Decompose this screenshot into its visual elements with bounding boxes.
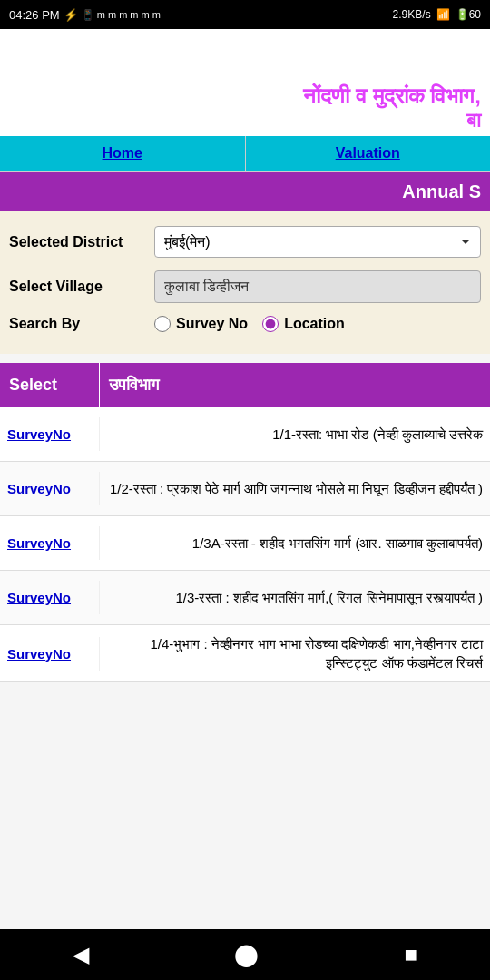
- survey-no-radio[interactable]: [154, 316, 171, 332]
- nav-bar: Home Valuation: [0, 136, 490, 172]
- col-select: Select: [0, 363, 100, 407]
- village-row: Select Village: [9, 270, 481, 303]
- survey-no-label: Survey No: [176, 316, 248, 332]
- survey-link[interactable]: SurveyNo: [0, 581, 100, 614]
- form-area: Selected District मुंबई(मेन)पुणेनागपूरठा…: [0, 211, 490, 354]
- village-label: Select Village: [9, 279, 154, 295]
- nav-valuation[interactable]: Valuation: [246, 136, 491, 171]
- district-select[interactable]: मुंबई(मेन)पुणेनागपूरठाणे: [154, 226, 481, 258]
- table-body: SurveyNo 1/1-रस्ता: भाभा रोड (नेव्ही कुल…: [0, 407, 490, 682]
- annual-header: Annual S: [0, 172, 490, 211]
- table-row: SurveyNo 1/4-भुभाग : नेव्हीनगर भाग भाभा …: [0, 625, 490, 682]
- col-upvibhag: उपविभाग: [100, 363, 490, 407]
- signal-icon: ⚡: [64, 8, 78, 22]
- village-input-wrap: [154, 270, 481, 303]
- district-label: Selected District: [9, 234, 154, 250]
- search-by-options: Survey No Location: [154, 316, 481, 332]
- location-label: Location: [284, 316, 345, 332]
- search-by-label: Search By: [9, 316, 154, 332]
- title-line1: नोंदणी व मुद्रांक विभाग,: [9, 83, 481, 109]
- status-right: 2.9KB/s 📶 🔋60: [393, 8, 481, 21]
- survey-link[interactable]: SurveyNo: [0, 637, 100, 671]
- table-header: Select उपविभाग: [0, 363, 490, 407]
- table-row: SurveyNo 1/1-रस्ता: भाभा रोड (नेव्ही कुल…: [0, 407, 490, 462]
- row-description: 1/4-भुभाग : नेव्हीनगर भाग भाभा रोडच्या द…: [100, 625, 490, 681]
- title-section: नोंदणी व मुद्रांक विभाग, बा: [0, 74, 490, 136]
- status-bar: 04:26 PM ⚡ 📱 m m m m m m 2.9KB/s 📶 🔋60: [0, 0, 490, 29]
- top-white-area: [0, 29, 490, 74]
- table-row: SurveyNo 1/2-रस्ता : प्रकाश पेठे मार्ग आ…: [0, 462, 490, 516]
- district-select-wrap: मुंबई(मेन)पुणेनागपूरठाणे: [154, 226, 481, 258]
- title-line2: बा: [9, 109, 481, 132]
- apps-icon: 📱 m m m m m m: [82, 9, 161, 21]
- location-option[interactable]: Location: [262, 316, 345, 332]
- row-description: 1/3A-रस्ता - शहीद भगतसिंग मार्ग (आर. साळ…: [100, 524, 490, 562]
- village-input[interactable]: [154, 270, 481, 303]
- wifi-icon: 📶: [436, 8, 450, 21]
- nav-home[interactable]: Home: [0, 136, 246, 171]
- battery-icon: 🔋60: [456, 8, 481, 21]
- status-left: 04:26 PM ⚡ 📱 m m m m m m: [9, 8, 161, 22]
- bottom-nav: ◀ ⬤ ■: [0, 929, 490, 980]
- survey-link[interactable]: SurveyNo: [0, 472, 100, 505]
- survey-link[interactable]: SurveyNo: [0, 526, 100, 560]
- district-row: Selected District मुंबई(मेन)पुणेनागपूरठा…: [9, 226, 481, 258]
- table-row: SurveyNo 1/3A-रस्ता - शहीद भगतसिंग मार्ग…: [0, 516, 490, 571]
- table-row: SurveyNo 1/3-रस्ता : शहीद भगतसिंग मार्ग,…: [0, 571, 490, 625]
- time: 04:26 PM: [9, 8, 60, 22]
- survey-link[interactable]: SurveyNo: [0, 417, 100, 451]
- home-button[interactable]: ⬤: [234, 942, 259, 967]
- location-radio[interactable]: [262, 316, 279, 332]
- network-speed: 2.9KB/s: [393, 8, 431, 21]
- stop-button[interactable]: ■: [404, 942, 417, 967]
- search-by-row: Search By Survey No Location: [9, 316, 481, 332]
- table-section: Select उपविभाग SurveyNo 1/1-रस्ता: भाभा …: [0, 363, 490, 682]
- row-description: 1/1-रस्ता: भाभा रोड (नेव्ही कुलाब्याचे उ…: [100, 416, 490, 453]
- row-description: 1/3-रस्ता : शहीद भगतसिंग मार्ग,( रिगल सि…: [100, 579, 490, 616]
- row-description: 1/2-रस्ता : प्रकाश पेठे मार्ग आणि जगन्ना…: [100, 470, 490, 507]
- back-button[interactable]: ◀: [73, 942, 89, 967]
- survey-no-option[interactable]: Survey No: [154, 316, 248, 332]
